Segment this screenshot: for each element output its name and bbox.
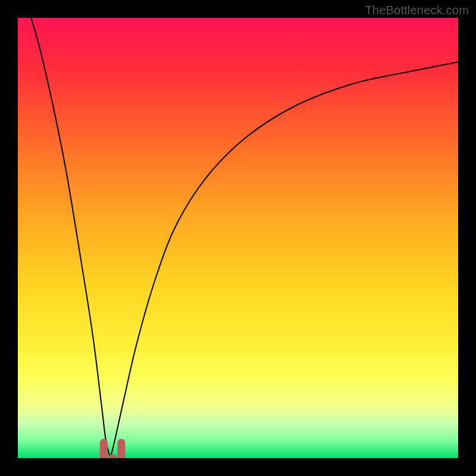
- watermark-text: TheBottleneck.com: [365, 4, 469, 17]
- plot-area: [18, 18, 458, 458]
- series-bottleneck-curve-left: [31, 18, 110, 458]
- curve-layer: [18, 18, 458, 458]
- series-bottleneck-curve-right: [110, 62, 458, 458]
- outer-frame: TheBottleneck.com: [0, 0, 476, 476]
